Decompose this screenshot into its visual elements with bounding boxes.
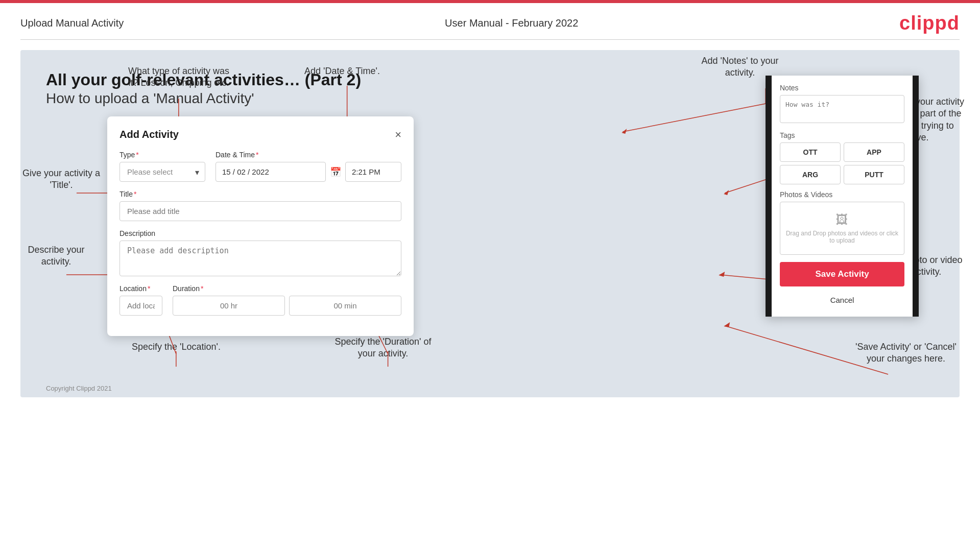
duration-label: Duration* — [173, 284, 401, 293]
svg-marker-20 — [719, 272, 725, 277]
tags-grid: OTT APP ARG PUTT — [780, 142, 904, 184]
notes-section: Notes — [780, 84, 904, 125]
location-group: Location* — [119, 284, 162, 316]
duration-group: Duration* — [173, 284, 401, 316]
photo-upload-icon: 🖼 — [785, 212, 899, 227]
phone-panel: Notes Tags OTT APP ARG PUTT Photos & Vid… — [766, 76, 919, 317]
main-content: All your golf-relevant activities… (Part… — [20, 50, 960, 397]
title-label: Title* — [119, 190, 401, 198]
header: Upload Manual Activity User Manual - Feb… — [0, 3, 980, 39]
calendar-icon[interactable]: 📅 — [330, 166, 341, 178]
type-select-wrapper: Please select — [119, 162, 205, 182]
cancel-button[interactable]: Cancel — [780, 292, 904, 308]
logo: clippd — [899, 12, 960, 34]
location-input[interactable] — [119, 296, 162, 316]
tag-arg[interactable]: ARG — [780, 165, 841, 184]
annotation-describe: Describe your activity. — [20, 244, 92, 268]
phone-content: Notes Tags OTT APP ARG PUTT Photos & Vid… — [772, 76, 913, 317]
phone-left-bar — [766, 76, 772, 317]
svg-marker-22 — [724, 322, 730, 327]
location-duration-row: Location* Duration* — [119, 284, 401, 316]
photos-label: Photos & Videos — [780, 190, 904, 199]
annotation-location: Specify the 'Location'. — [130, 341, 222, 353]
footer-copyright: Copyright Clippd 2021 — [46, 385, 112, 392]
type-label: Type* — [119, 151, 205, 159]
datetime-group: Date & Time* 📅 — [216, 151, 401, 182]
upload-text: Drag and Drop photos and videos or click… — [786, 230, 898, 244]
photo-upload-area[interactable]: 🖼 Drag and Drop photos and videos or cli… — [780, 202, 904, 255]
modal-close-button[interactable]: × — [395, 129, 401, 140]
location-label: Location* — [119, 284, 162, 293]
date-input[interactable] — [216, 162, 326, 182]
description-textarea[interactable] — [119, 241, 401, 276]
title-row: Title* — [119, 190, 401, 221]
notes-label: Notes — [780, 84, 904, 92]
type-group: Type* Please select — [119, 151, 205, 182]
date-time-inputs: 📅 — [216, 162, 401, 182]
phone-right-bar — [913, 76, 919, 317]
annotation-save-cancel: 'Save Activity' or 'Cancel' your changes… — [847, 341, 965, 365]
svg-marker-15 — [622, 129, 627, 134]
time-input[interactable] — [345, 162, 401, 182]
tags-section: Tags OTT APP ARG PUTT — [780, 131, 904, 184]
svg-line-14 — [623, 104, 766, 132]
tags-label: Tags — [780, 131, 904, 139]
annotation-date-time: Add 'Date & Time'. — [296, 65, 388, 77]
modal-header: Add Activity × — [119, 129, 401, 140]
datetime-label: Date & Time* — [216, 151, 401, 159]
type-select[interactable]: Please select — [119, 162, 205, 182]
annotation-duration: Specify the 'Duration' of your activity. — [327, 336, 439, 360]
tag-putt[interactable]: PUTT — [844, 165, 904, 184]
photos-section: Photos & Videos 🖼 Drag and Drop photos a… — [780, 190, 904, 255]
annotation-give-title: Give your activity a 'Title'. — [20, 167, 102, 191]
title-input[interactable] — [119, 201, 401, 221]
notes-textarea[interactable] — [780, 95, 904, 123]
annotation-activity-type: What type of activity was it? Lesson, Ch… — [128, 65, 230, 89]
add-activity-modal: Add Activity × Type* Please select Date … — [107, 116, 414, 336]
description-group: Description — [119, 229, 401, 276]
page-title: Upload Manual Activity — [20, 17, 124, 29]
duration-inputs — [173, 296, 401, 316]
duration-hr-input[interactable] — [173, 296, 285, 316]
description-label: Description — [119, 229, 401, 237]
title-group: Title* — [119, 190, 401, 221]
type-datetime-row: Type* Please select Date & Time* 📅 — [119, 151, 401, 182]
duration-min-input[interactable] — [289, 296, 401, 316]
modal-title: Add Activity — [119, 129, 179, 140]
header-divider — [20, 39, 960, 40]
svg-marker-18 — [724, 190, 729, 195]
manual-subtitle: User Manual - February 2022 — [445, 17, 578, 29]
description-row: Description — [119, 229, 401, 276]
tag-ott[interactable]: OTT — [780, 142, 841, 162]
tag-app[interactable]: APP — [844, 142, 904, 162]
save-activity-button[interactable]: Save Activity — [780, 262, 904, 286]
